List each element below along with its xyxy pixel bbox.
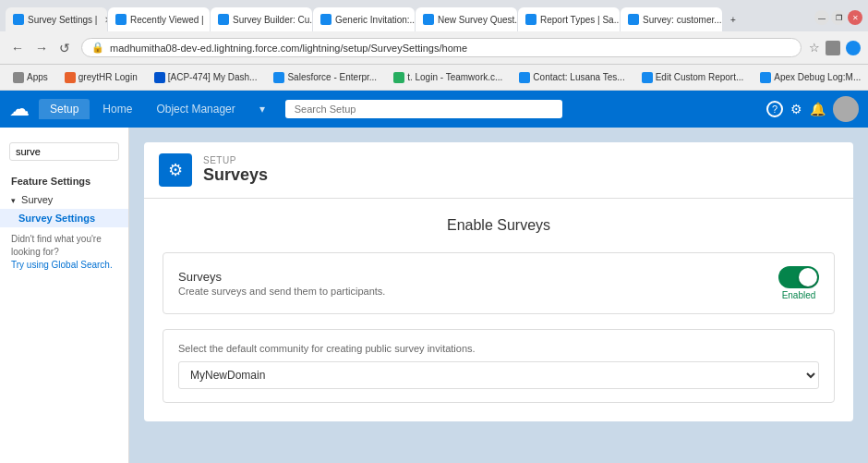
enable-surveys-title: Enable Surveys	[163, 217, 835, 234]
page-header-icon: ⚙	[159, 153, 192, 187]
surveys-toggle-container: Enabled	[778, 266, 819, 300]
browser-tab-6[interactable]: Report Types | Sa... ✕	[518, 7, 620, 31]
toggle-knob	[799, 268, 817, 286]
extensions-icon[interactable]	[826, 41, 840, 55]
close-button[interactable]: ✕	[848, 10, 862, 25]
setup-icon[interactable]: ⚙	[790, 102, 802, 116]
bookmarks-bar: Apps greytHR Login [ACP-474] My Dash... …	[0, 65, 868, 91]
sf-logo: ☁	[9, 97, 30, 121]
bookmark-acp-label: [ACP-474] My Dash...	[168, 72, 258, 82]
page-header-title: Surveys	[203, 165, 268, 185]
setup-gear-icon: ⚙	[168, 160, 183, 180]
sidebar-item-survey-label: Survey	[21, 194, 53, 205]
bookmark-apex[interactable]: Apex Debug Log:M...	[754, 70, 866, 85]
sidebar-section-title: Feature Settings	[0, 172, 128, 190]
tab-favicon-1	[13, 14, 24, 25]
sf-topnav: ☁ Setup Home Object Manager ▾ ? ⚙ 🔔	[0, 91, 868, 128]
sidebar-arrow-survey: ▾	[11, 196, 16, 205]
bookmark-greythr[interactable]: greytHR Login	[59, 70, 143, 85]
notifications-icon[interactable]: 🔔	[810, 102, 826, 116]
sf-content: ⚙ SETUP Surveys Enable Surveys Surveys C…	[129, 128, 868, 463]
surveys-toggle-text: Surveys Create surveys and send them to …	[178, 270, 778, 297]
sf-nav-tab-home[interactable]: Home	[91, 99, 143, 119]
sf-search	[285, 100, 562, 118]
sf-nav-tab-object-manager[interactable]: Object Manager	[145, 99, 246, 119]
bookmark-apex-label: Apex Debug Log:M...	[774, 72, 861, 82]
bookmark-sf-icon	[273, 72, 284, 83]
sidebar-item-survey-settings[interactable]: Survey Settings	[0, 209, 128, 227]
sf-nav-tab-more[interactable]: ▾	[248, 99, 276, 119]
sidebar-not-found: Didn't find what you're looking for? Try…	[0, 227, 128, 277]
bookmark-teamwork[interactable]: t. Login - Teamwork.c...	[388, 70, 508, 85]
bookmark-apex-icon	[760, 72, 771, 83]
minimize-button[interactable]: —	[814, 10, 829, 25]
sidebar-item-survey-settings-label: Survey Settings	[18, 213, 95, 224]
address-bar-icons: ☆	[809, 41, 861, 55]
page-header-setup-label: SETUP	[203, 155, 268, 165]
community-label: Select the default community for creatin…	[178, 343, 819, 354]
sf-sidebar: Feature Settings ▾ Survey Survey Setting…	[0, 128, 129, 463]
help-icon[interactable]: ?	[766, 101, 783, 117]
browser-tab-2[interactable]: Recently Viewed | ✕	[108, 7, 210, 31]
bookmark-acp[interactable]: [ACP-474] My Dash...	[149, 70, 263, 85]
browser-tab-7[interactable]: Survey: customer... ✕	[621, 7, 722, 31]
toggle-enabled-label: Enabled	[782, 290, 816, 300]
community-select[interactable]: MyNewDomain	[178, 361, 819, 389]
page-header: ⚙ SETUP Surveys	[144, 142, 853, 199]
tab-close-1[interactable]: ✕	[104, 15, 107, 25]
tab-favicon-2	[115, 14, 127, 25]
sf-search-input[interactable]	[285, 100, 562, 118]
sidebar-search-container	[0, 137, 128, 166]
browser-tab-3[interactable]: Survey Builder: Cu... ✕	[211, 7, 312, 31]
new-tab-button[interactable]: +	[723, 7, 749, 31]
bookmark-report-label: Edit Custom Report...	[656, 72, 744, 82]
reload-button[interactable]: ↺	[55, 39, 74, 57]
tab-label-2: Recently Viewed |	[130, 15, 204, 25]
url-text: madhumitha08-dev-ed.lightning.force.com/…	[110, 43, 467, 54]
tab-favicon-5	[423, 14, 434, 25]
nav-buttons: ← → ↺	[7, 39, 74, 57]
bookmark-report[interactable]: Edit Custom Report...	[636, 70, 750, 85]
tab-favicon-6	[525, 14, 536, 25]
global-search-link[interactable]: Try using Global Search.	[11, 260, 113, 270]
bookmark-icon[interactable]: ☆	[809, 41, 820, 55]
browser-tab-1[interactable]: Survey Settings | ✕	[6, 7, 107, 31]
bookmark-acp-icon	[154, 72, 165, 83]
bookmark-salesforce[interactable]: Salesforce - Enterpr...	[268, 70, 382, 85]
page-header-text: SETUP Surveys	[203, 155, 268, 185]
maximize-button[interactable]: ❐	[831, 10, 846, 25]
tab-label-3: Survey Builder: Cu...	[233, 15, 312, 25]
tab-label-4: Generic Invitation:...	[335, 15, 415, 25]
bookmark-tw-icon	[393, 72, 404, 83]
sf-nav-tab-setup[interactable]: Setup	[39, 99, 90, 119]
browser-tab-5[interactable]: New Survey Quest... ✕	[416, 7, 517, 31]
tab-label-7: Survey: customer...	[643, 15, 722, 25]
tab-favicon-3	[218, 14, 229, 25]
bookmark-tw-label: t. Login - Teamwork.c...	[407, 72, 502, 82]
bookmark-contact-label: Contact: Lusana Tes...	[533, 72, 624, 82]
browser-chrome: Survey Settings | ✕ Recently Viewed | ✕ …	[0, 0, 868, 91]
url-bar[interactable]: 🔒 madhumitha08-dev-ed.lightning.force.co…	[81, 38, 802, 57]
sf-top-icons: ? ⚙ 🔔	[766, 96, 859, 122]
sidebar-item-survey-parent[interactable]: ▾ Survey	[0, 190, 128, 209]
surveys-enabled-toggle[interactable]	[778, 266, 819, 288]
back-button[interactable]: ←	[7, 39, 28, 57]
address-bar: ← → ↺ 🔒 madhumitha08-dev-ed.lightning.fo…	[0, 31, 868, 65]
bookmark-report-icon	[642, 72, 653, 83]
bookmark-contact[interactable]: Contact: Lusana Tes...	[513, 70, 630, 85]
surveys-toggle-desc: Create surveys and send them to particip…	[178, 286, 778, 297]
account-icon[interactable]	[846, 41, 861, 55]
user-avatar[interactable]	[833, 96, 859, 122]
tab-favicon-7	[628, 14, 639, 25]
browser-tab-4[interactable]: Generic Invitation:... ✕	[313, 7, 415, 31]
tab-label-5: New Survey Quest...	[438, 15, 517, 25]
forward-button[interactable]: →	[31, 39, 52, 57]
bookmark-greythr-icon	[65, 72, 76, 83]
bookmark-sf-label: Salesforce - Enterpr...	[287, 72, 377, 82]
bookmark-apps[interactable]: Apps	[7, 70, 54, 85]
sidebar-search-input[interactable]	[9, 142, 119, 161]
bookmark-greythr-label: greytHR Login	[78, 72, 138, 82]
community-label-text: Select the default community for creatin…	[178, 343, 476, 354]
bookmark-contact-icon	[519, 72, 530, 83]
sf-nav-tabs: Setup Home Object Manager ▾	[39, 99, 276, 119]
